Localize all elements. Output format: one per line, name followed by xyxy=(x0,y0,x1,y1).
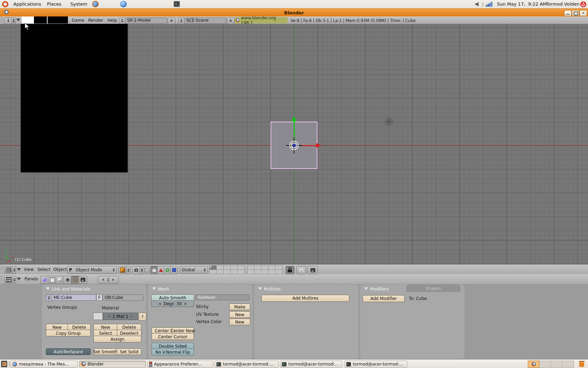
applet-grip[interactable] xyxy=(482,2,483,6)
header-collapse-icon[interactable] xyxy=(17,278,21,280)
panel-title[interactable]: Modifiers xyxy=(370,287,389,292)
degr-slider[interactable]: Degr: 30 xyxy=(151,300,194,307)
scene-browse-spinner[interactable] xyxy=(178,18,184,24)
open-menu-glitch-panel[interactable] xyxy=(21,24,128,172)
area-corner-widget[interactable] xyxy=(0,275,4,284)
manipulator-hand-toggle[interactable] xyxy=(150,266,158,274)
layer-12[interactable] xyxy=(216,270,224,274)
editor-type-info-button[interactable]: i xyxy=(4,18,12,24)
sticky-make-button[interactable]: Make xyxy=(229,304,250,310)
editing-context-button[interactable] xyxy=(71,276,79,284)
center-cursor-button[interactable]: Center Cursor xyxy=(152,333,194,340)
maximize-button[interactable] xyxy=(572,10,579,16)
user-switcher[interactable]: Tormod Volden xyxy=(546,0,580,8)
task-blender-window[interactable]: Blender xyxy=(79,361,146,368)
snap-magnet-button[interactable] xyxy=(296,266,306,274)
mat-next-arrow[interactable] xyxy=(131,315,133,318)
material-assign-button[interactable]: Assign xyxy=(93,336,141,342)
panel-collapse-arrow[interactable] xyxy=(258,287,262,290)
menu-select[interactable]: Select xyxy=(37,267,50,272)
script-context-button[interactable] xyxy=(48,276,56,284)
manipulator-y-arrowhead[interactable] xyxy=(292,116,296,121)
layer-20[interactable] xyxy=(275,270,282,274)
menu-places[interactable]: Places xyxy=(47,0,61,8)
editor-type-spinner[interactable] xyxy=(12,266,16,274)
add-multires-button[interactable]: Add Multires xyxy=(261,295,349,302)
editor-type-spinner[interactable] xyxy=(12,18,15,24)
tasklist-grip[interactable] xyxy=(9,361,10,367)
scene-name-field[interactable]: SCE:Scene xyxy=(184,18,226,23)
layer-13[interactable] xyxy=(223,270,231,274)
degr-next-arrow[interactable] xyxy=(185,302,187,305)
area-corner-widget[interactable] xyxy=(0,265,4,274)
logic-context-button[interactable] xyxy=(40,276,49,284)
layer-16[interactable] xyxy=(247,270,254,274)
menu-game[interactable]: Game xyxy=(72,18,84,23)
power-logout-icon[interactable] xyxy=(580,1,586,7)
workspace-3[interactable] xyxy=(551,361,562,368)
workspace-4[interactable] xyxy=(562,361,574,368)
menu-applications[interactable]: Applications xyxy=(13,0,41,8)
autotexspace-button[interactable]: AutoTexSpace xyxy=(46,348,91,355)
menu-help[interactable]: Help xyxy=(107,18,117,23)
scale-manipulator-toggle[interactable] xyxy=(170,266,178,274)
task-terminal-window-2[interactable]: >_ tormod@acer-tormod:... xyxy=(280,361,342,368)
menu-view[interactable]: View xyxy=(24,267,34,272)
fake-user-button[interactable]: F xyxy=(96,294,103,301)
draw-mode-button[interactable] xyxy=(118,266,127,274)
task-mesa-window[interactable]: mesa/mesa - The Mes... xyxy=(10,361,78,368)
material-index-browse[interactable]: 1 Mat 1 xyxy=(103,313,138,320)
panel-title[interactable]: Mesh xyxy=(158,287,169,292)
shading-context-button[interactable] xyxy=(56,276,64,284)
manipulator-toggle-button[interactable] xyxy=(143,266,151,274)
mesh-name-field[interactable]: ME:Cube xyxy=(51,294,96,301)
panel-title[interactable]: Multires xyxy=(264,287,281,292)
panel-collapse-arrow[interactable] xyxy=(152,287,156,290)
no-vnormal-flip-toggle[interactable]: No V.Normal Flip xyxy=(152,349,194,355)
editor-type-buttons-button[interactable] xyxy=(4,276,13,284)
blender-titlebar[interactable]: Blender ✕ xyxy=(0,8,588,17)
copy-group-button[interactable]: Copy Group xyxy=(46,330,91,336)
menu-object[interactable]: Object xyxy=(53,267,67,272)
object-name-field[interactable]: OB:Cube xyxy=(103,294,144,301)
screen-browse-spinner[interactable] xyxy=(119,18,125,24)
editor-type-spinner[interactable] xyxy=(12,276,16,284)
menu-system[interactable]: System xyxy=(70,0,87,8)
manipulator-x-arrow[interactable] xyxy=(300,145,316,146)
layer-buttons-group-1[interactable] xyxy=(209,266,244,274)
orientation-select[interactable]: Global xyxy=(180,266,208,274)
clock[interactable]: Sun May 17, 9:22 AM xyxy=(497,0,547,8)
layer-11[interactable] xyxy=(209,270,217,274)
mode-select[interactable]: Object Mode xyxy=(67,266,117,274)
layer-15[interactable] xyxy=(237,270,245,274)
workspace-2[interactable] xyxy=(539,361,551,368)
lock-layers-button[interactable] xyxy=(286,266,294,274)
firefox-launcher-icon[interactable] xyxy=(92,1,99,7)
vertex-color-new-button[interactable]: New xyxy=(229,319,250,325)
ubuntu-logo-icon[interactable] xyxy=(2,1,8,7)
layer-14[interactable] xyxy=(230,270,238,274)
set-smooth-button[interactable]: Set Smooth xyxy=(93,348,118,355)
render-preview-button[interactable] xyxy=(308,266,318,274)
uv-texture-new-button[interactable]: New xyxy=(229,311,250,318)
workspace-switcher[interactable] xyxy=(528,361,574,368)
add-modifier-button[interactable]: Add Modifier xyxy=(363,295,405,302)
layer-buttons-group-2[interactable] xyxy=(247,266,282,274)
layer-17[interactable] xyxy=(254,270,261,274)
pivot-center-button[interactable]: Ω xyxy=(132,266,140,274)
task-terminal-window-1[interactable]: >_ tormod@acer-tormod:... xyxy=(215,361,279,368)
volume-icon[interactable] xyxy=(475,2,481,7)
layer-1[interactable] xyxy=(209,265,217,270)
translate-manipulator-toggle[interactable] xyxy=(157,266,164,274)
panel-title[interactable]: Link and Materials xyxy=(52,287,90,292)
terminal-notification-icon[interactable]: >_ xyxy=(174,1,180,7)
screen-delete-button[interactable]: ✕ xyxy=(168,18,175,24)
menu-render[interactable]: Render xyxy=(88,18,103,23)
trash-applet-icon[interactable] xyxy=(578,361,585,367)
panel-collapse-arrow[interactable] xyxy=(364,287,368,290)
task-appearance-window[interactable]: Appearance Preferen... xyxy=(147,361,213,368)
minimize-button[interactable] xyxy=(564,10,572,16)
system-monitor-bars-icon[interactable] xyxy=(486,2,494,7)
frame-next-arrow[interactable] xyxy=(112,278,114,281)
rotate-manipulator-toggle[interactable] xyxy=(164,266,171,274)
